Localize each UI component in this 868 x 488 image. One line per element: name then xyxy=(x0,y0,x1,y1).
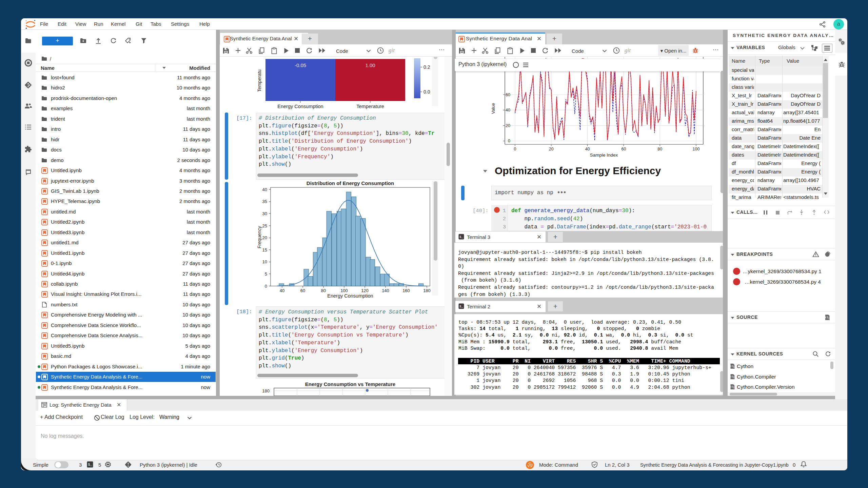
svg-text:40: 40 xyxy=(585,147,590,151)
svg-text:80: 80 xyxy=(657,147,662,151)
svg-text:40: 40 xyxy=(506,108,510,113)
svg-text:60: 60 xyxy=(621,147,626,151)
svg-text:Sample Index: Sample Index xyxy=(590,152,618,158)
svg-text:0: 0 xyxy=(508,139,510,143)
svg-text:Value: Value xyxy=(491,103,496,114)
svg-text:$_: $_ xyxy=(459,305,463,308)
svg-text:20: 20 xyxy=(506,123,510,128)
svg-text:100: 100 xyxy=(693,147,700,151)
svg-text:60: 60 xyxy=(506,93,510,97)
svg-text:0: 0 xyxy=(514,147,516,151)
svg-text:20: 20 xyxy=(549,147,554,151)
svg-text:$_: $_ xyxy=(459,236,463,239)
svg-text:$_: $_ xyxy=(88,463,92,467)
